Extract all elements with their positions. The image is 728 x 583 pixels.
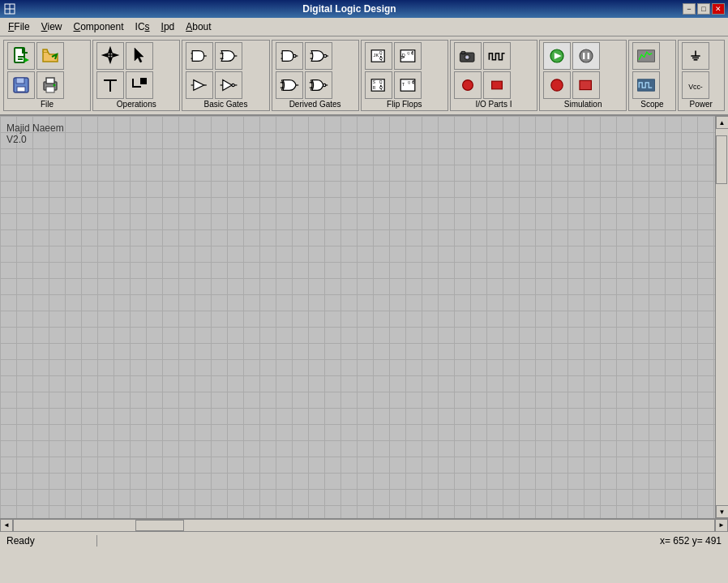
svg-text:R: R: [372, 86, 375, 90]
basic-gates-group-label: Basic Gates: [182, 100, 268, 109]
text-tool-button[interactable]: [96, 71, 124, 99]
title-bar: Digital Logic Design − □ ✕: [0, 0, 728, 18]
svg-marker-27: [223, 80, 232, 91]
svg-text:Q̄: Q̄: [379, 85, 382, 90]
sim-play-button[interactable]: [543, 42, 571, 70]
svg-text:Q: Q: [379, 80, 382, 84]
svg-text:Vcc-: Vcc-: [688, 83, 703, 91]
design-canvas[interactable]: Majid Naeem V2.0: [0, 116, 728, 518]
svg-text:Q: Q: [407, 51, 409, 55]
svg-rect-70: [491, 81, 502, 89]
horizontal-scrollbar[interactable]: ◄ ►: [0, 518, 728, 531]
nand-gate-button[interactable]: [276, 42, 303, 70]
svg-rect-12: [46, 87, 54, 92]
file-group-label: File: [4, 100, 90, 109]
v-scroll-thumb[interactable]: [716, 135, 727, 184]
svg-point-31: [293, 54, 295, 57]
jk-ff-button[interactable]: JKQQ̄: [365, 42, 392, 70]
status-ready: Ready: [0, 535, 97, 547]
rotate-tool-button[interactable]: [126, 71, 153, 99]
svg-text:Q: Q: [408, 80, 410, 84]
camera-button[interactable]: [454, 42, 482, 70]
menu-component[interactable]: Component: [69, 19, 129, 34]
probe-sq-button[interactable]: [483, 71, 511, 99]
svg-text:T: T: [401, 82, 405, 87]
menu-bar: FFile View Component ICs Ipd About: [0, 18, 728, 36]
scope-group-label: Scope: [629, 100, 674, 109]
simulation-group-label: Simulation: [540, 100, 626, 109]
scroll-right-button[interactable]: ►: [715, 519, 728, 532]
scope-graph-button[interactable]: [632, 42, 660, 70]
svg-text:Q: Q: [379, 51, 382, 55]
sim-stop-button[interactable]: [572, 71, 600, 99]
vcc-button[interactable]: Vcc-: [682, 71, 709, 99]
xor-gate-button[interactable]: [276, 71, 303, 99]
scope-wave-button[interactable]: [632, 71, 660, 99]
svg-point-69: [462, 80, 473, 91]
h-scroll-thumb[interactable]: [135, 520, 184, 531]
select-tool-button[interactable]: [126, 42, 153, 70]
svg-text:S: S: [372, 80, 375, 84]
svg-text:Q̄: Q̄: [411, 80, 413, 84]
svg-point-28: [232, 84, 234, 86]
toolbar-group-derived-gates: Derived Gates: [272, 40, 359, 111]
scroll-left-button[interactable]: ◄: [0, 519, 13, 532]
svg-point-13: [54, 84, 56, 87]
window-controls: − □ ✕: [683, 3, 725, 15]
svg-rect-17: [141, 79, 146, 84]
h-scroll-track[interactable]: [13, 519, 715, 532]
clock-wave-button[interactable]: [483, 42, 511, 70]
toolbar-group-scope: Scope: [628, 40, 675, 111]
sr-ff-button[interactable]: SRQQ̄: [365, 71, 392, 99]
svg-point-42: [323, 84, 325, 86]
menu-ics[interactable]: ICs: [131, 19, 155, 34]
v-scroll-track[interactable]: [716, 129, 729, 505]
buffer-button[interactable]: [186, 71, 213, 99]
move-tool-button[interactable]: [96, 42, 124, 70]
nor-gate-button[interactable]: [305, 42, 332, 70]
maximize-button[interactable]: □: [697, 3, 710, 15]
open-file-button[interactable]: [36, 42, 64, 70]
minimize-button[interactable]: −: [683, 3, 696, 15]
svg-marker-14: [103, 48, 118, 62]
svg-rect-75: [588, 53, 589, 59]
toolbar-group-power: Vcc- Power: [678, 40, 725, 111]
svg-point-68: [465, 56, 468, 58]
svg-point-76: [551, 79, 563, 91]
or-gate-button[interactable]: [215, 42, 242, 70]
scroll-down-button[interactable]: ▼: [716, 505, 729, 518]
and-gate-button[interactable]: [186, 42, 213, 70]
menu-view[interactable]: View: [36, 19, 67, 34]
not-gate-button[interactable]: [215, 71, 242, 99]
svg-text:JK: JK: [373, 53, 379, 58]
svg-rect-66: [461, 51, 465, 54]
vertical-scrollbar[interactable]: ▲ ▼: [715, 116, 728, 518]
d-ff-button[interactable]: DQQ̄: [394, 42, 422, 70]
toolbar-group-basic-gates: Basic Gates: [182, 40, 269, 111]
new-file-button[interactable]: [7, 42, 35, 70]
svg-point-73: [580, 49, 593, 62]
scroll-up-button[interactable]: ▲: [716, 116, 729, 129]
probe-red-button[interactable]: [454, 71, 482, 99]
svg-rect-11: [46, 78, 54, 84]
toolbar: File Operations Basic Gates: [0, 36, 728, 116]
t-ff-button[interactable]: TQQ̄: [394, 71, 422, 99]
print-button[interactable]: [36, 71, 64, 99]
svg-text:Q̄: Q̄: [411, 51, 413, 55]
status-bar: Ready x= 652 y= 491: [0, 531, 728, 549]
window-title: Digital Logic Design: [16, 3, 683, 15]
svg-rect-77: [580, 80, 591, 89]
sim-record-button[interactable]: [543, 71, 571, 99]
save-button[interactable]: [7, 71, 35, 99]
close-button[interactable]: ✕: [712, 3, 725, 15]
menu-about[interactable]: About: [181, 19, 216, 34]
sim-pause-button[interactable]: [572, 42, 600, 70]
svg-marker-6: [24, 58, 29, 62]
svg-rect-8: [16, 78, 24, 84]
toolbar-group-file: File: [3, 40, 91, 111]
xnor-gate-button[interactable]: [305, 71, 332, 99]
menu-ipd[interactable]: Ipd: [156, 19, 180, 34]
app-icon: [3, 2, 16, 15]
menu-file[interactable]: FFile: [3, 19, 35, 34]
ground-button[interactable]: [682, 42, 709, 70]
